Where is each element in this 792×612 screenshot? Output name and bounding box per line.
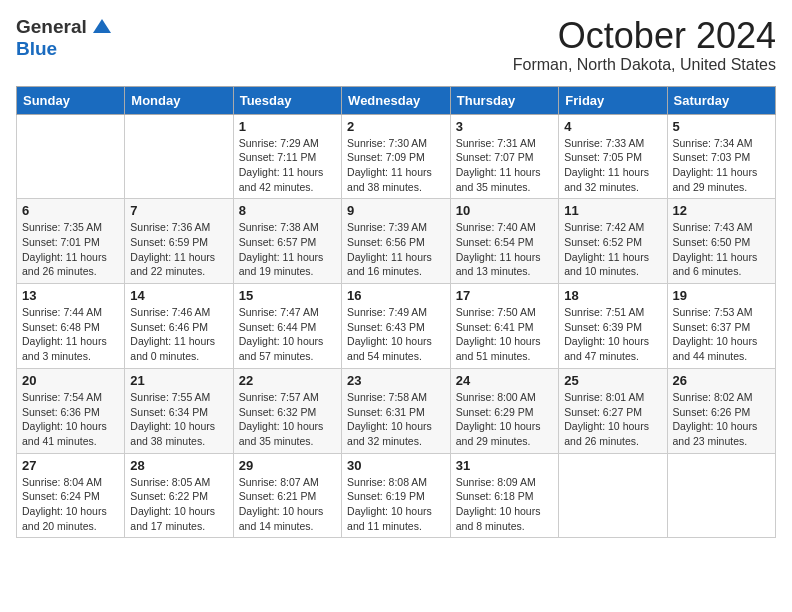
calendar-cell: 1Sunrise: 7:29 AMSunset: 7:11 PMDaylight… [233, 114, 341, 199]
svg-marker-0 [93, 19, 111, 33]
calendar-cell: 2Sunrise: 7:30 AMSunset: 7:09 PMDaylight… [342, 114, 451, 199]
calendar-cell: 10Sunrise: 7:40 AMSunset: 6:54 PMDayligh… [450, 199, 558, 284]
day-number: 17 [456, 288, 553, 303]
location-title: Forman, North Dakota, United States [513, 56, 776, 74]
day-info: Sunrise: 7:43 AMSunset: 6:50 PMDaylight:… [673, 220, 771, 279]
calendar-cell: 17Sunrise: 7:50 AMSunset: 6:41 PMDayligh… [450, 284, 558, 369]
day-number: 22 [239, 373, 336, 388]
day-number: 18 [564, 288, 661, 303]
day-number: 13 [22, 288, 119, 303]
day-number: 29 [239, 458, 336, 473]
day-number: 11 [564, 203, 661, 218]
day-number: 24 [456, 373, 553, 388]
calendar-week-5: 27Sunrise: 8:04 AMSunset: 6:24 PMDayligh… [17, 453, 776, 538]
calendar-week-4: 20Sunrise: 7:54 AMSunset: 6:36 PMDayligh… [17, 368, 776, 453]
calendar-table: Sunday Monday Tuesday Wednesday Thursday… [16, 86, 776, 539]
day-info: Sunrise: 7:42 AMSunset: 6:52 PMDaylight:… [564, 220, 661, 279]
day-number: 7 [130, 203, 227, 218]
logo-icon [91, 17, 113, 37]
calendar-cell: 20Sunrise: 7:54 AMSunset: 6:36 PMDayligh… [17, 368, 125, 453]
calendar-cell: 3Sunrise: 7:31 AMSunset: 7:07 PMDaylight… [450, 114, 558, 199]
header-monday: Monday [125, 86, 233, 114]
day-info: Sunrise: 7:55 AMSunset: 6:34 PMDaylight:… [130, 390, 227, 449]
day-info: Sunrise: 7:44 AMSunset: 6:48 PMDaylight:… [22, 305, 119, 364]
day-info: Sunrise: 8:09 AMSunset: 6:18 PMDaylight:… [456, 475, 553, 534]
page-header: General Blue October 2024 Forman, North … [16, 16, 776, 74]
day-number: 5 [673, 119, 771, 134]
calendar-cell: 26Sunrise: 8:02 AMSunset: 6:26 PMDayligh… [667, 368, 776, 453]
day-info: Sunrise: 7:38 AMSunset: 6:57 PMDaylight:… [239, 220, 336, 279]
day-info: Sunrise: 8:08 AMSunset: 6:19 PMDaylight:… [347, 475, 445, 534]
header-saturday: Saturday [667, 86, 776, 114]
day-info: Sunrise: 7:29 AMSunset: 7:11 PMDaylight:… [239, 136, 336, 195]
day-number: 10 [456, 203, 553, 218]
day-number: 12 [673, 203, 771, 218]
calendar-cell [667, 453, 776, 538]
day-info: Sunrise: 7:54 AMSunset: 6:36 PMDaylight:… [22, 390, 119, 449]
day-number: 28 [130, 458, 227, 473]
header-friday: Friday [559, 86, 667, 114]
day-number: 4 [564, 119, 661, 134]
day-number: 26 [673, 373, 771, 388]
day-info: Sunrise: 7:39 AMSunset: 6:56 PMDaylight:… [347, 220, 445, 279]
calendar-cell: 15Sunrise: 7:47 AMSunset: 6:44 PMDayligh… [233, 284, 341, 369]
day-info: Sunrise: 8:02 AMSunset: 6:26 PMDaylight:… [673, 390, 771, 449]
logo-general: General [16, 16, 87, 38]
day-number: 21 [130, 373, 227, 388]
title-area: October 2024 Forman, North Dakota, Unite… [513, 16, 776, 74]
day-info: Sunrise: 7:51 AMSunset: 6:39 PMDaylight:… [564, 305, 661, 364]
day-info: Sunrise: 8:05 AMSunset: 6:22 PMDaylight:… [130, 475, 227, 534]
day-info: Sunrise: 7:47 AMSunset: 6:44 PMDaylight:… [239, 305, 336, 364]
day-number: 16 [347, 288, 445, 303]
month-title: October 2024 [513, 16, 776, 56]
day-number: 6 [22, 203, 119, 218]
calendar-cell: 30Sunrise: 8:08 AMSunset: 6:19 PMDayligh… [342, 453, 451, 538]
calendar-cell: 24Sunrise: 8:00 AMSunset: 6:29 PMDayligh… [450, 368, 558, 453]
calendar-cell: 25Sunrise: 8:01 AMSunset: 6:27 PMDayligh… [559, 368, 667, 453]
calendar-cell [125, 114, 233, 199]
day-info: Sunrise: 7:35 AMSunset: 7:01 PMDaylight:… [22, 220, 119, 279]
calendar-cell: 14Sunrise: 7:46 AMSunset: 6:46 PMDayligh… [125, 284, 233, 369]
day-info: Sunrise: 7:33 AMSunset: 7:05 PMDaylight:… [564, 136, 661, 195]
day-info: Sunrise: 7:58 AMSunset: 6:31 PMDaylight:… [347, 390, 445, 449]
calendar-cell: 11Sunrise: 7:42 AMSunset: 6:52 PMDayligh… [559, 199, 667, 284]
calendar-cell: 27Sunrise: 8:04 AMSunset: 6:24 PMDayligh… [17, 453, 125, 538]
header-thursday: Thursday [450, 86, 558, 114]
day-number: 19 [673, 288, 771, 303]
calendar-cell: 9Sunrise: 7:39 AMSunset: 6:56 PMDaylight… [342, 199, 451, 284]
day-number: 14 [130, 288, 227, 303]
calendar-cell: 5Sunrise: 7:34 AMSunset: 7:03 PMDaylight… [667, 114, 776, 199]
calendar-cell: 6Sunrise: 7:35 AMSunset: 7:01 PMDaylight… [17, 199, 125, 284]
day-info: Sunrise: 7:57 AMSunset: 6:32 PMDaylight:… [239, 390, 336, 449]
day-number: 15 [239, 288, 336, 303]
day-number: 1 [239, 119, 336, 134]
calendar-cell: 8Sunrise: 7:38 AMSunset: 6:57 PMDaylight… [233, 199, 341, 284]
calendar-cell: 21Sunrise: 7:55 AMSunset: 6:34 PMDayligh… [125, 368, 233, 453]
calendar-cell: 23Sunrise: 7:58 AMSunset: 6:31 PMDayligh… [342, 368, 451, 453]
calendar-cell: 4Sunrise: 7:33 AMSunset: 7:05 PMDaylight… [559, 114, 667, 199]
calendar-week-1: 1Sunrise: 7:29 AMSunset: 7:11 PMDaylight… [17, 114, 776, 199]
calendar-cell: 7Sunrise: 7:36 AMSunset: 6:59 PMDaylight… [125, 199, 233, 284]
day-info: Sunrise: 7:46 AMSunset: 6:46 PMDaylight:… [130, 305, 227, 364]
day-number: 31 [456, 458, 553, 473]
calendar-cell [17, 114, 125, 199]
day-info: Sunrise: 7:30 AMSunset: 7:09 PMDaylight:… [347, 136, 445, 195]
day-number: 9 [347, 203, 445, 218]
day-number: 20 [22, 373, 119, 388]
calendar-week-3: 13Sunrise: 7:44 AMSunset: 6:48 PMDayligh… [17, 284, 776, 369]
calendar-header-row: Sunday Monday Tuesday Wednesday Thursday… [17, 86, 776, 114]
calendar-cell: 29Sunrise: 8:07 AMSunset: 6:21 PMDayligh… [233, 453, 341, 538]
calendar-cell: 19Sunrise: 7:53 AMSunset: 6:37 PMDayligh… [667, 284, 776, 369]
header-tuesday: Tuesday [233, 86, 341, 114]
calendar-cell: 16Sunrise: 7:49 AMSunset: 6:43 PMDayligh… [342, 284, 451, 369]
day-info: Sunrise: 7:36 AMSunset: 6:59 PMDaylight:… [130, 220, 227, 279]
day-info: Sunrise: 7:34 AMSunset: 7:03 PMDaylight:… [673, 136, 771, 195]
day-number: 3 [456, 119, 553, 134]
day-number: 25 [564, 373, 661, 388]
day-number: 23 [347, 373, 445, 388]
calendar-cell: 28Sunrise: 8:05 AMSunset: 6:22 PMDayligh… [125, 453, 233, 538]
day-number: 30 [347, 458, 445, 473]
day-info: Sunrise: 8:01 AMSunset: 6:27 PMDaylight:… [564, 390, 661, 449]
calendar-cell: 22Sunrise: 7:57 AMSunset: 6:32 PMDayligh… [233, 368, 341, 453]
calendar-cell: 12Sunrise: 7:43 AMSunset: 6:50 PMDayligh… [667, 199, 776, 284]
